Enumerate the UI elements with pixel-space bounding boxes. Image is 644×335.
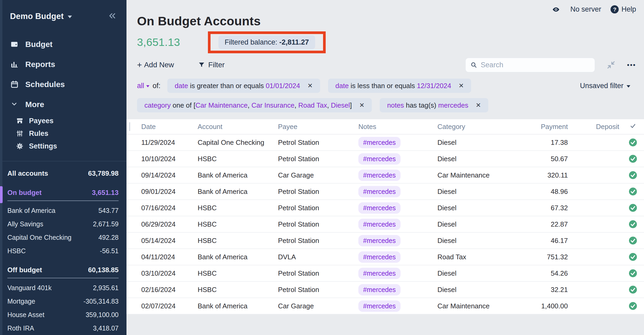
column-header-deposit[interactable]: Deposit xyxy=(568,123,622,131)
column-header-cleared[interactable] xyxy=(622,122,644,131)
cell-notes[interactable]: #mercedes xyxy=(358,268,437,279)
cell-category[interactable]: Car Maintenance xyxy=(437,302,501,310)
cell-notes[interactable]: #mercedes xyxy=(358,186,437,197)
cell-payee[interactable]: Petrol Station xyxy=(278,237,358,245)
sidebar-account-item[interactable]: Mortgage -305,314.83 xyxy=(7,298,119,305)
cell-cleared[interactable] xyxy=(622,236,644,245)
sidebar-item-rules[interactable]: Rules xyxy=(0,127,126,140)
sidebar-item-schedules[interactable]: Schedules xyxy=(0,74,126,94)
sidebar-account-item[interactable]: HSBC -56.51 xyxy=(7,247,119,255)
cell-payment[interactable]: 46.17 xyxy=(501,237,568,245)
cell-category[interactable]: Diesel xyxy=(437,220,501,228)
sidebar-account-item[interactable]: House Asset 359,100.00 xyxy=(7,311,119,319)
filter-condition-chip[interactable]: date is less than or equals 12/31/2024✕ xyxy=(328,79,471,93)
notes-tag[interactable]: #mercedes xyxy=(358,251,401,263)
sidebar-account-item[interactable]: Ally Savings 2,671.59 xyxy=(7,220,119,228)
cell-cleared[interactable] xyxy=(622,301,644,311)
column-header-payee[interactable]: Payee xyxy=(278,123,358,131)
notes-tag[interactable]: #mercedes xyxy=(358,268,401,279)
cell-account[interactable]: HSBC xyxy=(198,155,278,163)
cleared-check-icon[interactable] xyxy=(628,285,638,294)
cleared-check-icon[interactable] xyxy=(628,170,638,180)
cell-date[interactable]: 09/01/2024 xyxy=(141,188,198,196)
collapse-sidebar-icon[interactable] xyxy=(108,12,117,21)
cleared-check-icon[interactable] xyxy=(628,187,638,196)
notes-tag[interactable]: #mercedes xyxy=(358,202,401,214)
select-all-checkbox[interactable] xyxy=(129,122,130,131)
cell-cleared[interactable] xyxy=(622,154,644,164)
privacy-eye-icon[interactable] xyxy=(551,6,561,13)
cleared-check-icon[interactable] xyxy=(628,138,638,147)
cell-date[interactable]: 07/16/2024 xyxy=(141,204,198,212)
cell-cleared[interactable] xyxy=(622,285,644,294)
help-button[interactable]: ? Help xyxy=(611,5,636,13)
cell-date[interactable]: 11/29/2024 xyxy=(141,138,198,147)
cell-payee[interactable]: Petrol Station xyxy=(278,220,358,228)
filter-button[interactable]: Filter xyxy=(198,61,225,69)
cell-category[interactable]: Road Tax xyxy=(437,253,501,261)
sidebar-item-reports[interactable]: Reports xyxy=(0,54,126,74)
sidebar-account-item[interactable]: Roth IRA 3,418.07 xyxy=(7,324,119,332)
server-status[interactable]: No server xyxy=(570,5,601,13)
budget-switcher[interactable]: Demo Budget xyxy=(10,12,72,21)
table-row[interactable]: 06/29/2024 HSBC Petrol Station #mercedes… xyxy=(126,216,644,233)
column-header-account[interactable]: Account xyxy=(198,123,278,131)
sidebar-item-more[interactable]: More xyxy=(0,94,126,114)
all-accounts-row[interactable]: All accounts 63,789.98 xyxy=(7,169,119,178)
column-header-notes[interactable]: Notes xyxy=(358,123,437,131)
cell-payee[interactable]: Petrol Station xyxy=(278,155,358,163)
on-budget-row[interactable]: On budget 3,651.13 xyxy=(7,189,119,201)
table-row[interactable]: 02/16/2024 HSBC Petrol Station #mercedes… xyxy=(126,282,644,298)
cell-notes[interactable]: #mercedes xyxy=(358,251,437,263)
cell-cleared[interactable] xyxy=(622,252,644,262)
cell-cleared[interactable] xyxy=(622,203,644,213)
cell-category[interactable]: Diesel xyxy=(437,204,501,212)
cleared-check-icon[interactable] xyxy=(628,236,638,245)
table-row[interactable]: 09/01/2024 Bank of America Petrol Statio… xyxy=(126,184,644,200)
unsaved-filter-dropdown[interactable]: Unsaved filter xyxy=(580,82,630,90)
cell-notes[interactable]: #mercedes xyxy=(358,235,437,246)
cell-payment[interactable]: 1,400.00 xyxy=(501,302,568,310)
off-budget-row[interactable]: Off budget 60,138.85 xyxy=(7,266,119,278)
cell-payee[interactable]: Petrol Station xyxy=(278,188,358,196)
cell-category[interactable]: Car Maintenance xyxy=(437,171,501,179)
cell-payee[interactable]: Petrol Station xyxy=(278,204,358,212)
cell-cleared[interactable] xyxy=(622,269,644,278)
filter-condition-chip[interactable]: notes has tag(s) mercedes✕ xyxy=(380,98,488,112)
table-row[interactable]: 03/10/2024 HSBC Petrol Station #mercedes… xyxy=(126,265,644,282)
cell-category[interactable]: Diesel xyxy=(437,237,501,245)
cell-payment[interactable]: 320.11 xyxy=(501,171,568,179)
table-row[interactable]: 11/29/2024 Capital One Checking Petrol S… xyxy=(126,135,644,151)
table-row[interactable]: 07/16/2024 HSBC Petrol Station #mercedes… xyxy=(126,200,644,216)
notes-tag[interactable]: #mercedes xyxy=(358,186,401,197)
cell-payee[interactable]: Car Garage xyxy=(278,302,358,310)
more-menu-icon[interactable]: ••• xyxy=(627,61,636,69)
cell-account[interactable]: Bank of America xyxy=(198,171,278,179)
cell-cleared[interactable] xyxy=(622,187,644,196)
search-box[interactable] xyxy=(465,58,595,72)
cell-cleared[interactable] xyxy=(622,219,644,229)
cell-category[interactable]: Diesel xyxy=(437,286,501,294)
table-row[interactable]: 10/10/2024 HSBC Petrol Station #mercedes… xyxy=(126,151,644,167)
cell-payment[interactable]: 751.32 xyxy=(501,253,568,261)
cleared-check-icon[interactable] xyxy=(628,252,638,262)
cell-account[interactable]: Bank of America xyxy=(198,253,278,261)
match-type-dropdown[interactable]: all xyxy=(137,82,149,90)
cell-category[interactable]: Diesel xyxy=(437,188,501,196)
cell-date[interactable]: 03/10/2024 xyxy=(141,269,198,277)
cell-notes[interactable]: #mercedes xyxy=(358,202,437,214)
cell-payee[interactable]: Car Garage xyxy=(278,171,358,179)
cell-payment[interactable]: 54.26 xyxy=(501,269,568,277)
add-new-button[interactable]: + Add New xyxy=(137,60,174,70)
table-row[interactable]: 02/07/2024 Bank of America Car Garage #m… xyxy=(126,298,644,314)
cell-payee[interactable]: Petrol Station xyxy=(278,286,358,294)
cleared-check-icon[interactable] xyxy=(628,203,638,213)
cell-payment[interactable]: 32.21 xyxy=(501,286,568,294)
cell-date[interactable]: 02/07/2024 xyxy=(141,302,198,310)
column-header-date[interactable]: Date xyxy=(141,123,198,131)
total-balance[interactable]: 3,651.13 xyxy=(137,36,180,49)
cell-notes[interactable]: #mercedes xyxy=(358,219,437,230)
notes-tag[interactable]: #mercedes xyxy=(358,137,401,148)
select-all-cell[interactable] xyxy=(126,123,141,131)
cell-date[interactable]: 06/29/2024 xyxy=(141,220,198,228)
